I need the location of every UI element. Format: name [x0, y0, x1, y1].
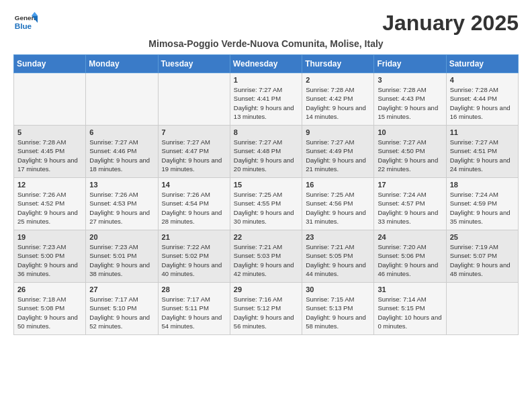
- sunrise-text: Sunrise: 7:25 AM: [306, 191, 354, 198]
- day-number: 26: [17, 285, 82, 293]
- daylight-text: Daylight: 9 hours and 21 minutes.: [306, 156, 366, 173]
- sunset-text: Sunset: 4:53 PM: [89, 199, 136, 207]
- sunset-text: Sunset: 5:08 PM: [17, 304, 64, 312]
- header-monday: Monday: [86, 55, 158, 73]
- day-cell: 18 Sunrise: 7:24 AM Sunset: 4:59 PM Dayl…: [446, 178, 518, 230]
- sunset-text: Sunset: 5:10 PM: [89, 304, 136, 312]
- sunrise-text: Sunrise: 7:25 AM: [234, 191, 282, 198]
- sunset-text: Sunset: 4:48 PM: [234, 147, 281, 154]
- sunset-text: Sunset: 4:45 PM: [17, 147, 64, 154]
- day-number: 21: [162, 233, 226, 241]
- day-info: Sunrise: 7:27 AM Sunset: 4:49 PM Dayligh…: [306, 138, 370, 173]
- logo-icon: General Blue: [13, 11, 38, 35]
- header-saturday: Saturday: [446, 55, 518, 73]
- day-number: 29: [234, 285, 298, 293]
- daylight-text: Daylight: 9 hours and 14 minutes.: [306, 104, 366, 120]
- day-info: Sunrise: 7:27 AM Sunset: 4:47 PM Dayligh…: [162, 138, 226, 173]
- sunset-text: Sunset: 5:05 PM: [306, 252, 353, 259]
- day-cell: 31 Sunrise: 7:14 AM Sunset: 5:15 PM Dayl…: [374, 283, 446, 335]
- day-info: Sunrise: 7:27 AM Sunset: 4:46 PM Dayligh…: [89, 138, 154, 173]
- day-cell: [86, 73, 158, 126]
- day-info: Sunrise: 7:23 AM Sunset: 5:01 PM Dayligh…: [89, 242, 154, 278]
- weekday-header-row: Sunday Monday Tuesday Wednesday Thursday…: [14, 55, 519, 73]
- day-number: 30: [306, 285, 370, 293]
- day-number: 6: [89, 128, 154, 136]
- sunrise-text: Sunrise: 7:27 AM: [234, 86, 282, 93]
- day-number: 10: [378, 128, 442, 136]
- day-number: 9: [306, 128, 370, 136]
- day-number: 18: [450, 181, 515, 189]
- daylight-text: Daylight: 9 hours and 56 minutes.: [234, 314, 294, 330]
- day-number: 24: [378, 233, 442, 241]
- sunrise-text: Sunrise: 7:28 AM: [17, 138, 66, 146]
- sunset-text: Sunset: 4:50 PM: [378, 147, 425, 154]
- daylight-text: Daylight: 9 hours and 48 minutes.: [450, 261, 511, 277]
- day-number: 5: [17, 128, 82, 136]
- sunrise-text: Sunrise: 7:24 AM: [450, 191, 498, 198]
- day-cell: 3 Sunrise: 7:28 AM Sunset: 4:43 PM Dayli…: [374, 73, 446, 126]
- day-cell: 25 Sunrise: 7:19 AM Sunset: 5:07 PM Dayl…: [446, 230, 518, 283]
- day-cell: 10 Sunrise: 7:27 AM Sunset: 4:50 PM Dayl…: [374, 126, 446, 178]
- sunset-text: Sunset: 4:59 PM: [450, 199, 497, 207]
- day-info: Sunrise: 7:24 AM Sunset: 4:59 PM Dayligh…: [450, 190, 515, 226]
- day-number: 20: [89, 233, 154, 241]
- day-info: Sunrise: 7:27 AM Sunset: 4:48 PM Dayligh…: [234, 138, 298, 173]
- sunrise-text: Sunrise: 7:27 AM: [162, 138, 210, 146]
- day-info: Sunrise: 7:24 AM Sunset: 4:57 PM Dayligh…: [378, 190, 442, 226]
- sunrise-text: Sunrise: 7:26 AM: [162, 191, 210, 198]
- day-cell: 6 Sunrise: 7:27 AM Sunset: 4:46 PM Dayli…: [86, 126, 158, 178]
- day-info: Sunrise: 7:26 AM Sunset: 4:53 PM Dayligh…: [89, 190, 154, 226]
- day-number: 31: [378, 285, 442, 293]
- daylight-text: Daylight: 9 hours and 58 minutes.: [306, 314, 366, 330]
- week-row-2: 5 Sunrise: 7:28 AM Sunset: 4:45 PM Dayli…: [14, 126, 519, 178]
- sunset-text: Sunset: 5:01 PM: [89, 252, 136, 259]
- sunrise-text: Sunrise: 7:17 AM: [89, 295, 138, 303]
- day-cell: 17 Sunrise: 7:24 AM Sunset: 4:57 PM Dayl…: [374, 178, 446, 230]
- day-cell: 9 Sunrise: 7:27 AM Sunset: 4:49 PM Dayli…: [302, 126, 374, 178]
- daylight-text: Daylight: 9 hours and 33 minutes.: [378, 209, 438, 225]
- week-row-1: 1 Sunrise: 7:27 AM Sunset: 4:41 PM Dayli…: [14, 73, 519, 126]
- day-cell: 20 Sunrise: 7:23 AM Sunset: 5:01 PM Dayl…: [86, 230, 158, 283]
- svg-text:Blue: Blue: [15, 21, 32, 30]
- day-cell: 21 Sunrise: 7:22 AM Sunset: 5:02 PM Dayl…: [158, 230, 230, 283]
- sunrise-text: Sunrise: 7:27 AM: [89, 138, 138, 146]
- sunrise-text: Sunrise: 7:26 AM: [17, 191, 66, 198]
- day-info: Sunrise: 7:25 AM Sunset: 4:56 PM Dayligh…: [306, 190, 370, 226]
- title-block: January 2025: [382, 11, 519, 36]
- header-thursday: Thursday: [302, 55, 374, 73]
- sunset-text: Sunset: 4:51 PM: [450, 147, 497, 154]
- sunrise-text: Sunrise: 7:27 AM: [234, 138, 282, 146]
- day-cell: 19 Sunrise: 7:23 AM Sunset: 5:00 PM Dayl…: [14, 230, 86, 283]
- day-info: Sunrise: 7:22 AM Sunset: 5:02 PM Dayligh…: [162, 242, 226, 278]
- day-info: Sunrise: 7:28 AM Sunset: 4:42 PM Dayligh…: [306, 85, 370, 121]
- sunset-text: Sunset: 4:49 PM: [306, 147, 353, 154]
- header-friday: Friday: [374, 55, 446, 73]
- day-cell: 12 Sunrise: 7:26 AM Sunset: 4:52 PM Dayl…: [14, 178, 86, 230]
- page: General Blue January 2025 Mimosa-Poggio …: [0, 0, 532, 342]
- day-number: 27: [89, 285, 154, 293]
- day-cell: 11 Sunrise: 7:27 AM Sunset: 4:51 PM Dayl…: [446, 126, 518, 178]
- day-number: 1: [234, 76, 298, 84]
- daylight-text: Daylight: 9 hours and 25 minutes.: [17, 209, 78, 225]
- day-cell: 26 Sunrise: 7:18 AM Sunset: 5:08 PM Dayl…: [14, 283, 86, 335]
- sunset-text: Sunset: 5:02 PM: [162, 252, 209, 259]
- day-cell: 16 Sunrise: 7:25 AM Sunset: 4:56 PM Dayl…: [302, 178, 374, 230]
- day-info: Sunrise: 7:28 AM Sunset: 4:43 PM Dayligh…: [378, 85, 442, 121]
- day-number: 4: [450, 76, 515, 84]
- sunset-text: Sunset: 4:54 PM: [162, 199, 209, 207]
- daylight-text: Daylight: 9 hours and 52 minutes.: [89, 314, 150, 330]
- day-info: Sunrise: 7:18 AM Sunset: 5:08 PM Dayligh…: [17, 295, 82, 330]
- day-cell: 5 Sunrise: 7:28 AM Sunset: 4:45 PM Dayli…: [14, 126, 86, 178]
- header-wednesday: Wednesday: [230, 55, 302, 73]
- day-number: 25: [450, 233, 515, 241]
- day-info: Sunrise: 7:28 AM Sunset: 4:45 PM Dayligh…: [17, 138, 82, 173]
- sunrise-text: Sunrise: 7:18 AM: [17, 295, 66, 303]
- daylight-text: Daylight: 9 hours and 35 minutes.: [450, 209, 511, 225]
- sunset-text: Sunset: 5:15 PM: [378, 304, 425, 312]
- day-cell: [14, 73, 86, 126]
- sunrise-text: Sunrise: 7:19 AM: [450, 243, 498, 250]
- day-cell: 13 Sunrise: 7:26 AM Sunset: 4:53 PM Dayl…: [86, 178, 158, 230]
- header-sunday: Sunday: [14, 55, 86, 73]
- month-title: January 2025: [382, 11, 519, 36]
- day-cell: [158, 73, 230, 126]
